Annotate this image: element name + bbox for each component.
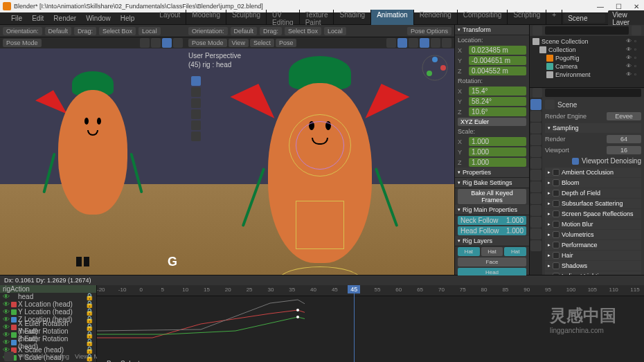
shading-wire-icon[interactable] xyxy=(409,38,418,48)
drag-dropdown[interactable]: Select Box xyxy=(99,27,136,35)
shading-icon[interactable] xyxy=(140,38,150,48)
shading-icon[interactable] xyxy=(173,38,183,48)
menu-view[interactable]: View xyxy=(229,39,249,47)
denoise-check[interactable] xyxy=(572,158,579,165)
tool-move-icon[interactable] xyxy=(191,98,201,108)
loc-x[interactable]: 0.023485 m xyxy=(469,46,526,55)
editor-type-icon[interactable] xyxy=(533,88,542,98)
props-search[interactable] xyxy=(545,89,641,97)
rot-z[interactable]: 10.6° xyxy=(469,107,526,116)
props-tab-object[interactable] xyxy=(530,158,542,169)
layer-btn[interactable]: Hat xyxy=(458,247,480,256)
scene-field[interactable]: Scene xyxy=(564,14,605,23)
properties-header[interactable]: Properties xyxy=(455,168,529,178)
props-section[interactable]: Depth of Field xyxy=(545,188,641,198)
outliner-item[interactable]: Environment👁▫ xyxy=(533,71,641,79)
props-section[interactable]: Shadows xyxy=(545,261,641,271)
props-tab-material[interactable] xyxy=(530,240,542,251)
props-section[interactable]: Performance xyxy=(545,240,641,250)
props-tab-physics[interactable] xyxy=(530,193,542,204)
tool-select-icon[interactable] xyxy=(191,76,201,86)
menu-keying[interactable]: Keying xyxy=(51,353,70,360)
channel-row[interactable]: 👁X Location (head)🔒 xyxy=(0,300,96,308)
rigmain-header[interactable]: Rig Main Properties xyxy=(455,205,529,215)
outliner-item[interactable]: PogoRig👁▫ xyxy=(533,54,641,62)
props-section[interactable]: Bloom xyxy=(545,178,641,188)
transform-local[interactable]: Local xyxy=(324,27,346,35)
neckfollow-field[interactable]: Neck Follow1.000 xyxy=(458,216,526,225)
editor-type-icon[interactable] xyxy=(533,26,542,35)
props-section[interactable]: Indirect Lighting xyxy=(545,271,641,275)
shading-rendered-icon[interactable] xyxy=(442,38,451,48)
orientation-dropdown[interactable]: Default xyxy=(45,27,72,35)
filter-icon[interactable] xyxy=(632,26,641,35)
orientation-dropdown[interactable]: Default xyxy=(231,27,258,35)
shading-icon[interactable] xyxy=(162,38,172,48)
props-tab-constraint[interactable] xyxy=(530,205,542,216)
transform-local[interactable]: Local xyxy=(138,27,161,35)
outliner-item[interactable]: Scene Collection👁▫ xyxy=(533,37,641,46)
minimize-button[interactable]: — xyxy=(596,3,605,10)
layer-btn[interactable]: Hat xyxy=(504,247,526,256)
menu-help[interactable]: Help xyxy=(116,13,139,24)
props-tab-particle[interactable] xyxy=(530,181,542,192)
bake-button[interactable]: Bake All Keyed Frames xyxy=(458,189,526,204)
drag-dropdown[interactable]: Select Box xyxy=(285,27,321,35)
shading-matprev-icon[interactable] xyxy=(431,38,440,48)
rigbake-header[interactable]: Rig Bake Settings xyxy=(455,178,529,188)
channel-row[interactable]: 👁head🔒 xyxy=(0,293,96,300)
sampling-section[interactable]: Sampling xyxy=(545,123,641,133)
viewlayer-field[interactable]: View Layer xyxy=(608,10,644,27)
engine-dropdown[interactable]: Eevee xyxy=(607,112,641,120)
props-section[interactable]: Subsurface Scattering xyxy=(545,199,641,208)
nav-gizmo[interactable] xyxy=(421,54,449,82)
pose-options[interactable]: Pose Options xyxy=(407,27,451,35)
loc-y[interactable]: -0.004651 m xyxy=(469,56,526,65)
rot-y[interactable]: 58.24° xyxy=(469,97,526,106)
rotmode-dropdown[interactable]: XYZ Euler xyxy=(458,118,526,126)
props-section[interactable]: Motion Blur xyxy=(545,219,641,229)
loc-z[interactable]: 0.004552 m xyxy=(469,66,526,75)
props-tab-world[interactable] xyxy=(530,146,542,157)
playhead[interactable]: 45 xyxy=(348,285,360,293)
props-tab-modifier[interactable] xyxy=(530,170,542,181)
scl-z[interactable]: 1.000 xyxy=(469,158,526,167)
props-section[interactable]: Screen Space Reflections xyxy=(545,209,641,219)
tool-transform-icon[interactable] xyxy=(191,132,201,141)
menu-select[interactable]: Select xyxy=(250,39,274,47)
editor-type-icon[interactable] xyxy=(4,352,14,361)
overlay-icon[interactable] xyxy=(386,38,396,48)
menu-render[interactable]: Render xyxy=(49,13,80,24)
outliner-item[interactable]: Camera👁▫ xyxy=(533,62,641,71)
riglayers-header[interactable]: Rig Layers xyxy=(455,236,529,246)
channel-row[interactable]: 👁Y Location (head)🔒 xyxy=(0,308,96,316)
transform-header[interactable]: Transform xyxy=(455,25,529,35)
props-section[interactable]: Hair xyxy=(545,251,641,260)
action-row[interactable]: rigAction xyxy=(0,285,96,293)
props-tab-bone[interactable] xyxy=(530,228,542,239)
scl-x[interactable]: 1.000 xyxy=(469,137,526,146)
props-tab-viewlayer[interactable] xyxy=(530,123,542,134)
props-section[interactable]: Volumetrics xyxy=(545,230,641,239)
outliner-search[interactable] xyxy=(545,26,629,35)
render-samples[interactable]: 64 xyxy=(607,135,641,143)
mode-dropdown[interactable]: Pose Mode xyxy=(188,39,227,47)
shading-icon[interactable] xyxy=(151,38,161,48)
tool-scale-icon[interactable] xyxy=(191,120,201,130)
close-button[interactable]: ✕ xyxy=(632,3,641,10)
menu-edit[interactable]: Edit xyxy=(28,13,48,24)
props-tab-output[interactable] xyxy=(530,111,542,122)
menu-pose[interactable]: Pose xyxy=(276,39,297,47)
props-section[interactable]: Ambient Occlusion xyxy=(545,168,641,177)
maximize-button[interactable]: ☐ xyxy=(614,3,623,10)
menu-view[interactable]: View xyxy=(75,353,88,360)
props-tab-render[interactable] xyxy=(530,99,542,110)
layer-btn[interactable]: Hat xyxy=(481,247,503,256)
menu-window[interactable]: Window xyxy=(82,13,115,24)
viewport-samples[interactable]: 16 xyxy=(607,146,641,154)
outliner-item[interactable]: Collection👁▫ xyxy=(533,46,641,54)
tool-cursor-icon[interactable] xyxy=(191,87,201,97)
menu-file[interactable]: File xyxy=(7,13,26,24)
viewport-2[interactable]: User Perspective (45) rig : head xyxy=(186,48,454,275)
channel-row[interactable]: 👁Z Euler Rotation (head)🔒 xyxy=(0,338,96,346)
